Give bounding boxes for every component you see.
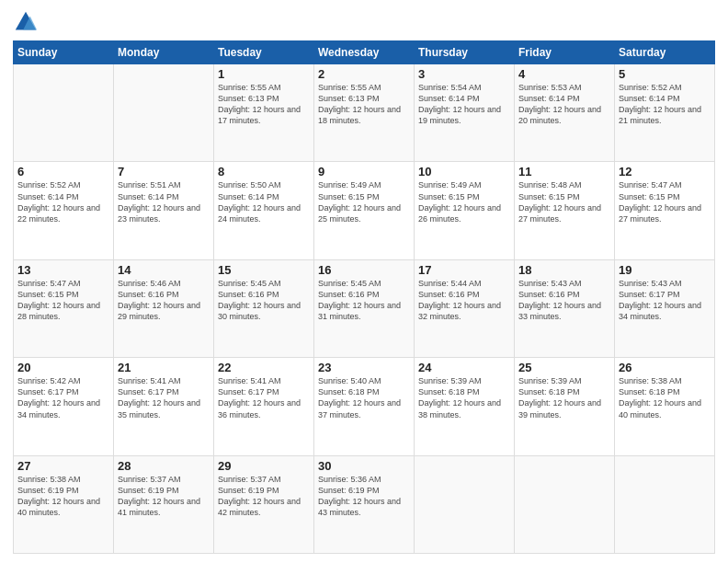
day-info: Sunrise: 5:47 AM Sunset: 6:15 PM Dayligh… xyxy=(17,278,109,323)
day-number: 2 xyxy=(318,67,410,81)
day-number: 26 xyxy=(619,361,711,374)
calendar-cell: 24Sunrise: 5:39 AM Sunset: 6:18 PM Dayli… xyxy=(415,358,515,455)
calendar-cell: 5Sunrise: 5:52 AM Sunset: 6:14 PM Daylig… xyxy=(615,64,715,162)
day-info: Sunrise: 5:43 AM Sunset: 6:17 PM Dayligh… xyxy=(619,278,711,323)
day-info: Sunrise: 5:55 AM Sunset: 6:13 PM Dayligh… xyxy=(318,82,410,127)
calendar-cell: 20Sunrise: 5:42 AM Sunset: 6:17 PM Dayli… xyxy=(14,358,114,455)
calendar-cell: 7Sunrise: 5:51 AM Sunset: 6:14 PM Daylig… xyxy=(114,162,214,259)
day-number: 15 xyxy=(218,263,310,277)
day-number: 28 xyxy=(118,459,210,473)
calendar-cell: 11Sunrise: 5:48 AM Sunset: 6:15 PM Dayli… xyxy=(515,162,615,259)
day-info: Sunrise: 5:38 AM Sunset: 6:18 PM Dayligh… xyxy=(619,375,711,420)
week-row-1: 1Sunrise: 5:55 AM Sunset: 6:13 PM Daylig… xyxy=(14,64,715,162)
calendar-cell: 15Sunrise: 5:45 AM Sunset: 6:16 PM Dayli… xyxy=(214,259,314,357)
day-number: 10 xyxy=(418,165,510,178)
weekday-header-friday: Friday xyxy=(515,41,615,64)
calendar-cell: 2Sunrise: 5:55 AM Sunset: 6:13 PM Daylig… xyxy=(314,64,415,162)
day-info: Sunrise: 5:53 AM Sunset: 6:14 PM Dayligh… xyxy=(518,82,610,127)
day-number: 23 xyxy=(318,361,410,374)
page: SundayMondayTuesdayWednesdayThursdayFrid… xyxy=(0,0,728,563)
calendar-cell: 19Sunrise: 5:43 AM Sunset: 6:17 PM Dayli… xyxy=(615,259,715,357)
logo xyxy=(13,9,42,35)
day-number: 27 xyxy=(17,459,109,473)
calendar-cell: 22Sunrise: 5:41 AM Sunset: 6:17 PM Dayli… xyxy=(214,358,314,455)
day-info: Sunrise: 5:55 AM Sunset: 6:13 PM Dayligh… xyxy=(218,82,310,127)
week-row-2: 6Sunrise: 5:52 AM Sunset: 6:14 PM Daylig… xyxy=(14,162,715,259)
day-number: 16 xyxy=(318,263,410,277)
day-number: 30 xyxy=(318,459,410,473)
calendar-cell: 29Sunrise: 5:37 AM Sunset: 6:19 PM Dayli… xyxy=(214,455,314,553)
day-number: 12 xyxy=(619,165,711,178)
day-number: 4 xyxy=(518,67,610,81)
day-number: 8 xyxy=(218,165,310,178)
day-info: Sunrise: 5:47 AM Sunset: 6:15 PM Dayligh… xyxy=(619,179,711,224)
calendar-cell: 14Sunrise: 5:46 AM Sunset: 6:16 PM Dayli… xyxy=(114,259,214,357)
day-number: 5 xyxy=(619,67,711,81)
day-number: 1 xyxy=(218,67,310,81)
weekday-header-saturday: Saturday xyxy=(615,41,715,64)
day-info: Sunrise: 5:40 AM Sunset: 6:18 PM Dayligh… xyxy=(318,375,410,420)
weekday-header-sunday: Sunday xyxy=(14,41,114,64)
calendar-cell: 10Sunrise: 5:49 AM Sunset: 6:15 PM Dayli… xyxy=(415,162,515,259)
week-row-5: 27Sunrise: 5:38 AM Sunset: 6:19 PM Dayli… xyxy=(14,455,715,553)
day-info: Sunrise: 5:44 AM Sunset: 6:16 PM Dayligh… xyxy=(418,278,510,323)
calendar-cell: 21Sunrise: 5:41 AM Sunset: 6:17 PM Dayli… xyxy=(114,358,214,455)
calendar-table: SundayMondayTuesdayWednesdayThursdayFrid… xyxy=(13,40,715,554)
day-info: Sunrise: 5:41 AM Sunset: 6:17 PM Dayligh… xyxy=(118,375,210,420)
day-info: Sunrise: 5:54 AM Sunset: 6:14 PM Dayligh… xyxy=(418,82,510,127)
calendar-cell: 17Sunrise: 5:44 AM Sunset: 6:16 PM Dayli… xyxy=(415,259,515,357)
calendar-cell: 3Sunrise: 5:54 AM Sunset: 6:14 PM Daylig… xyxy=(415,64,515,162)
calendar-cell: 1Sunrise: 5:55 AM Sunset: 6:13 PM Daylig… xyxy=(214,64,314,162)
day-info: Sunrise: 5:41 AM Sunset: 6:17 PM Dayligh… xyxy=(218,375,310,420)
calendar-cell: 16Sunrise: 5:45 AM Sunset: 6:16 PM Dayli… xyxy=(314,259,415,357)
calendar-cell: 30Sunrise: 5:36 AM Sunset: 6:19 PM Dayli… xyxy=(314,455,415,553)
day-info: Sunrise: 5:37 AM Sunset: 6:19 PM Dayligh… xyxy=(218,474,310,519)
week-row-4: 20Sunrise: 5:42 AM Sunset: 6:17 PM Dayli… xyxy=(14,358,715,455)
calendar-cell xyxy=(515,455,615,553)
day-number: 22 xyxy=(218,361,310,374)
day-number: 14 xyxy=(118,263,210,277)
day-info: Sunrise: 5:52 AM Sunset: 6:14 PM Dayligh… xyxy=(619,82,711,127)
day-number: 13 xyxy=(17,263,109,277)
day-number: 20 xyxy=(17,361,109,374)
day-info: Sunrise: 5:50 AM Sunset: 6:14 PM Dayligh… xyxy=(218,179,310,224)
weekday-header-wednesday: Wednesday xyxy=(314,41,415,64)
weekday-header-row: SundayMondayTuesdayWednesdayThursdayFrid… xyxy=(14,41,715,64)
calendar-cell: 28Sunrise: 5:37 AM Sunset: 6:19 PM Dayli… xyxy=(114,455,214,553)
day-info: Sunrise: 5:45 AM Sunset: 6:16 PM Dayligh… xyxy=(318,278,410,323)
day-number: 11 xyxy=(518,165,610,178)
header xyxy=(13,9,715,35)
day-number: 7 xyxy=(118,165,210,178)
day-info: Sunrise: 5:43 AM Sunset: 6:16 PM Dayligh… xyxy=(518,278,610,323)
day-info: Sunrise: 5:52 AM Sunset: 6:14 PM Dayligh… xyxy=(17,179,109,224)
day-number: 18 xyxy=(518,263,610,277)
day-info: Sunrise: 5:37 AM Sunset: 6:19 PM Dayligh… xyxy=(118,474,210,519)
calendar-cell: 25Sunrise: 5:39 AM Sunset: 6:18 PM Dayli… xyxy=(515,358,615,455)
week-row-3: 13Sunrise: 5:47 AM Sunset: 6:15 PM Dayli… xyxy=(14,259,715,357)
weekday-header-tuesday: Tuesday xyxy=(214,41,314,64)
calendar-cell: 27Sunrise: 5:38 AM Sunset: 6:19 PM Dayli… xyxy=(14,455,114,553)
day-info: Sunrise: 5:36 AM Sunset: 6:19 PM Dayligh… xyxy=(318,474,410,519)
day-info: Sunrise: 5:39 AM Sunset: 6:18 PM Dayligh… xyxy=(418,375,510,420)
day-number: 6 xyxy=(17,165,109,178)
calendar-cell: 23Sunrise: 5:40 AM Sunset: 6:18 PM Dayli… xyxy=(314,358,415,455)
calendar-cell xyxy=(114,64,214,162)
day-number: 25 xyxy=(518,361,610,374)
day-number: 24 xyxy=(418,361,510,374)
day-number: 9 xyxy=(318,165,410,178)
day-number: 21 xyxy=(118,361,210,374)
day-info: Sunrise: 5:38 AM Sunset: 6:19 PM Dayligh… xyxy=(17,474,109,519)
calendar-cell: 12Sunrise: 5:47 AM Sunset: 6:15 PM Dayli… xyxy=(615,162,715,259)
calendar-cell xyxy=(14,64,114,162)
day-number: 17 xyxy=(418,263,510,277)
calendar-cell: 6Sunrise: 5:52 AM Sunset: 6:14 PM Daylig… xyxy=(14,162,114,259)
logo-icon xyxy=(13,9,39,35)
calendar-cell: 4Sunrise: 5:53 AM Sunset: 6:14 PM Daylig… xyxy=(515,64,615,162)
day-number: 19 xyxy=(619,263,711,277)
calendar-cell: 18Sunrise: 5:43 AM Sunset: 6:16 PM Dayli… xyxy=(515,259,615,357)
day-info: Sunrise: 5:45 AM Sunset: 6:16 PM Dayligh… xyxy=(218,278,310,323)
weekday-header-monday: Monday xyxy=(114,41,214,64)
day-number: 3 xyxy=(418,67,510,81)
calendar-cell xyxy=(415,455,515,553)
day-info: Sunrise: 5:39 AM Sunset: 6:18 PM Dayligh… xyxy=(518,375,610,420)
